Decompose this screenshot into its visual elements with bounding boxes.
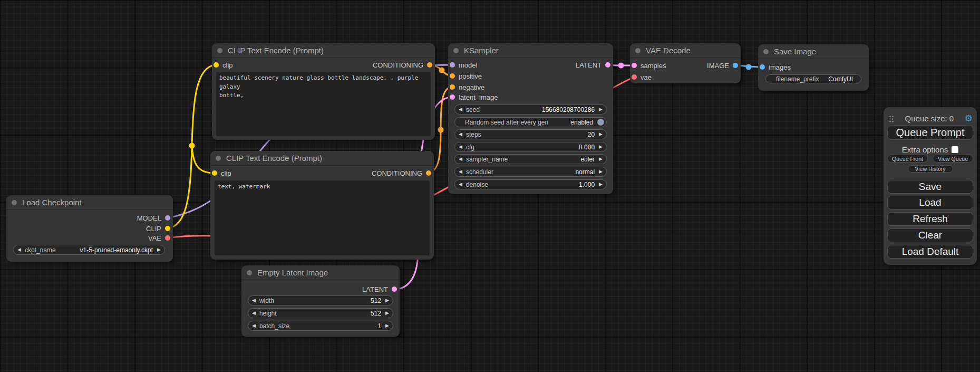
input-negative[interactable]: negative [450, 82, 484, 92]
extra-options-checkbox[interactable] [952, 146, 958, 153]
conditioning-slot-icon[interactable] [450, 84, 455, 90]
decrement-arrow-icon[interactable] [459, 169, 462, 174]
node-titlebar[interactable]: VAE Decode [630, 43, 741, 58]
save-button[interactable]: Save [887, 180, 973, 194]
node-titlebar[interactable]: Load Checkpoint [6, 195, 173, 210]
decrement-arrow-icon[interactable] [252, 323, 256, 328]
model-slot-icon[interactable] [450, 62, 455, 68]
input-latent-image[interactable]: latent_image [450, 92, 498, 102]
node-titlebar[interactable]: Empty Latent Image [241, 265, 400, 280]
image-slot-icon[interactable] [760, 64, 765, 70]
collapse-dot-icon[interactable] [247, 270, 252, 275]
increment-arrow-icon[interactable] [599, 145, 603, 149]
node-titlebar[interactable]: Save Image [758, 44, 869, 59]
load-default-button[interactable]: Load Default [887, 245, 973, 259]
latent-slot-icon[interactable] [605, 62, 610, 68]
decrement-arrow-icon[interactable] [459, 145, 462, 149]
output-model[interactable]: MODEL [137, 213, 170, 223]
collapse-dot-icon[interactable] [635, 48, 641, 53]
drag-handle-icon[interactable] [889, 115, 894, 122]
decrement-arrow-icon[interactable] [459, 182, 462, 187]
node-clip-encode-positive[interactable]: CLIP Text Encode (Prompt) clip CONDITION… [212, 43, 435, 140]
cfg-widget[interactable]: cfg 8.000 [454, 142, 607, 152]
scheduler-widget[interactable]: scheduler normal [454, 167, 607, 177]
prompt-textarea[interactable]: beautiful scenery nature glass bottle la… [216, 72, 431, 136]
node-titlebar[interactable]: CLIP Text Encode (Prompt) [212, 43, 435, 58]
seed-widget[interactable]: seed 156680208700286 [454, 104, 607, 115]
node-titlebar[interactable]: CLIP Text Encode (Prompt) [210, 151, 434, 166]
decrement-arrow-icon[interactable] [459, 107, 462, 112]
clip-slot-icon[interactable] [212, 170, 217, 176]
clip-slot-icon[interactable] [165, 226, 170, 231]
node-titlebar[interactable]: KSampler [448, 43, 613, 58]
batch-size-widget[interactable]: batch_size 1 [248, 321, 393, 331]
output-conditioning[interactable]: CONDITIONING [373, 60, 432, 70]
collapse-dot-icon[interactable] [217, 48, 222, 53]
random-seed-widget[interactable]: Random seed after every gen enabled [454, 117, 607, 127]
clip-slot-icon[interactable] [214, 62, 219, 68]
denoise-widget[interactable]: denoise 1.000 [454, 179, 607, 189]
increment-arrow-icon[interactable] [599, 169, 603, 174]
increment-arrow-icon[interactable] [599, 107, 603, 112]
clear-button[interactable]: Clear [887, 228, 973, 242]
collapse-dot-icon[interactable] [216, 156, 221, 161]
node-save-image[interactable]: Save Image images filename_prefix ComfyU… [758, 44, 869, 91]
input-positive[interactable]: positive [450, 71, 482, 81]
increment-arrow-icon[interactable] [599, 182, 603, 187]
refresh-button[interactable]: Refresh [887, 212, 973, 226]
steps-widget[interactable]: steps 20 [454, 129, 607, 139]
load-button[interactable]: Load [887, 196, 973, 209]
increment-arrow-icon[interactable] [599, 132, 603, 137]
node-vae-decode[interactable]: VAE Decode samples IMAGE vae [630, 43, 741, 83]
decrement-arrow-icon[interactable] [252, 298, 256, 303]
input-samples[interactable]: samples [632, 61, 666, 70]
increment-arrow-icon[interactable] [157, 247, 161, 252]
collapse-dot-icon[interactable] [453, 48, 459, 53]
decrement-arrow-icon[interactable] [459, 132, 462, 137]
output-latent[interactable]: LATENT [576, 60, 610, 70]
vae-slot-icon[interactable] [165, 235, 170, 241]
input-model[interactable]: model [450, 60, 477, 70]
input-clip[interactable]: clip [214, 60, 233, 70]
input-vae[interactable]: vae [632, 72, 652, 82]
output-clip[interactable]: CLIP [146, 224, 170, 233]
output-vae[interactable]: VAE [148, 233, 170, 243]
queue-front-button[interactable]: Queue Front [887, 155, 928, 163]
decrement-arrow-icon[interactable] [459, 157, 462, 161]
output-latent[interactable]: LATENT [362, 284, 397, 294]
view-history-button[interactable]: View History [908, 165, 953, 173]
decrement-arrow-icon[interactable] [252, 311, 256, 316]
ckpt-name-widget[interactable]: ckpt_name v1-5-pruned-emaonly.ckpt [13, 245, 165, 255]
height-widget[interactable]: height 512 [248, 308, 393, 318]
collapse-dot-icon[interactable] [763, 49, 769, 54]
view-queue-button[interactable]: View Queue [933, 155, 973, 163]
image-slot-icon[interactable] [733, 63, 738, 68]
input-clip[interactable]: clip [212, 168, 231, 178]
output-conditioning[interactable]: CONDITIONING [372, 168, 431, 178]
node-empty-latent-image[interactable]: Empty Latent Image LATENT width 512 heig… [241, 265, 400, 337]
increment-arrow-icon[interactable] [599, 157, 603, 161]
node-ksampler[interactable]: KSampler model LATENT positive negative … [448, 43, 613, 194]
collapse-dot-icon[interactable] [12, 200, 17, 205]
conditioning-slot-icon[interactable] [450, 73, 455, 79]
prompt-textarea[interactable]: text, watermark [215, 180, 430, 255]
queue-prompt-button[interactable]: Queue Prompt [887, 125, 973, 140]
model-slot-icon[interactable] [165, 215, 170, 221]
input-images[interactable]: images [760, 62, 791, 72]
sampler-name-widget[interactable]: sampler_name euler [454, 154, 607, 164]
latent-slot-icon[interactable] [450, 94, 455, 100]
output-image[interactable]: IMAGE [707, 61, 738, 70]
latent-slot-icon[interactable] [392, 287, 397, 292]
decrement-arrow-icon[interactable] [17, 247, 21, 252]
gear-icon[interactable] [965, 114, 973, 123]
filename-prefix-widget[interactable]: filename_prefix ComfyUI [765, 74, 861, 83]
node-load-checkpoint[interactable]: Load Checkpoint MODEL CLIP VAE ckpt_name… [6, 195, 173, 262]
increment-arrow-icon[interactable] [385, 323, 389, 328]
vae-slot-icon[interactable] [632, 74, 637, 80]
conditioning-slot-icon[interactable] [427, 62, 432, 68]
toggle-dot-icon[interactable] [597, 119, 604, 126]
latent-slot-icon[interactable] [632, 63, 637, 68]
node-clip-encode-negative[interactable]: CLIP Text Encode (Prompt) clip CONDITION… [210, 151, 434, 260]
increment-arrow-icon[interactable] [385, 311, 389, 316]
width-widget[interactable]: width 512 [248, 295, 393, 306]
